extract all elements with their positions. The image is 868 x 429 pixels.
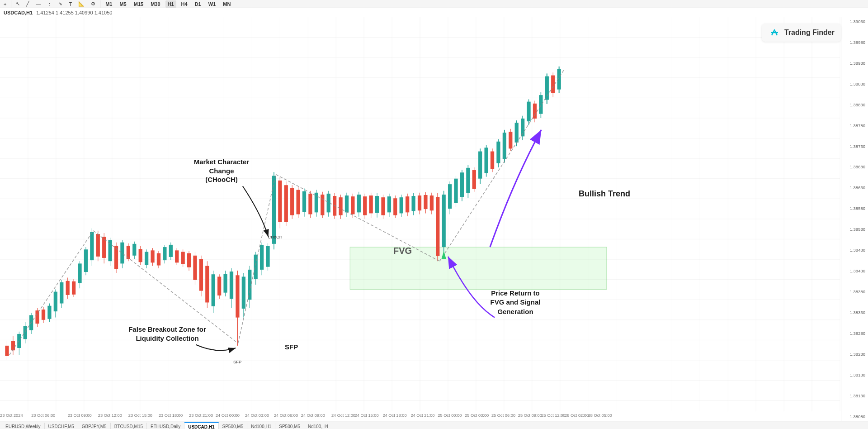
svg-rect-217 — [509, 132, 512, 148]
svg-rect-219 — [515, 123, 519, 143]
svg-rect-183 — [406, 196, 409, 212]
svg-rect-137 — [266, 246, 269, 267]
crosshair-tool[interactable]: + — [2, 0, 8, 8]
tf-h1[interactable]: H1 — [165, 0, 176, 8]
annotation-bullish-trend: Bullish Trend — [579, 189, 630, 199]
svg-text:24 Oct 21:00: 24 Oct 21:00 — [410, 413, 434, 418]
svg-rect-209 — [484, 148, 488, 173]
svg-rect-213 — [496, 142, 500, 163]
svg-rect-187 — [418, 195, 421, 210]
tf-h4[interactable]: H4 — [179, 0, 190, 8]
line-tool[interactable]: ╱ — [24, 0, 31, 8]
svg-rect-57 — [24, 326, 27, 339]
tab-usdcad-h1[interactable]: USDCAD,H1 — [184, 422, 218, 429]
svg-text:23 Oct 18:00: 23 Oct 18:00 — [159, 413, 183, 418]
tf-mn[interactable]: MN — [221, 0, 233, 8]
cursor-tool[interactable]: ↖ — [14, 0, 22, 8]
svg-rect-191 — [430, 195, 434, 210]
svg-rect-55 — [17, 334, 21, 348]
svg-rect-65 — [47, 306, 51, 319]
tab-btcusd-m15[interactable]: BTCUSD,M15 — [111, 423, 147, 429]
tf-m5[interactable]: M5 — [117, 0, 128, 8]
svg-rect-119 — [212, 274, 215, 306]
svg-rect-89 — [120, 243, 124, 264]
tab-gbpjpy-m5[interactable]: GBPJPY,M5 — [78, 423, 111, 429]
tab-nd100-h1[interactable]: Nd100,H1 — [247, 423, 275, 429]
svg-rect-85 — [108, 240, 112, 262]
svg-rect-171 — [369, 195, 373, 213]
sfp-label: SFP — [285, 343, 298, 351]
svg-text:24 Oct 00:00: 24 Oct 00:00 — [216, 413, 240, 418]
channel-tool[interactable]: ⋮ — [45, 0, 54, 8]
svg-rect-167 — [357, 195, 361, 212]
svg-rect-227 — [539, 95, 542, 114]
sep1 — [11, 0, 11, 8]
tab-sp500-m5-1[interactable]: SP500,M5 — [219, 423, 248, 429]
svg-text:24 Oct 09:00: 24 Oct 09:00 — [301, 413, 325, 418]
svg-rect-71 — [66, 281, 70, 295]
svg-rect-185 — [411, 196, 415, 211]
tab-eurusd-weekly[interactable]: EURUSD,Weekly — [2, 423, 45, 429]
svg-rect-95 — [139, 249, 142, 262]
svg-text:24 Oct 18:00: 24 Oct 18:00 — [382, 413, 406, 418]
fib-tool[interactable]: ∿ — [57, 0, 64, 8]
svg-text:24 Oct 03:00: 24 Oct 03:00 — [245, 413, 269, 418]
svg-rect-67 — [54, 292, 57, 312]
svg-rect-125 — [230, 272, 233, 299]
svg-text:25 Oct 12:00: 25 Oct 12:00 — [541, 413, 565, 418]
svg-rect-177 — [387, 196, 391, 212]
svg-rect-205 — [472, 170, 476, 189]
svg-text:23 Oct 21:00: 23 Oct 21:00 — [189, 413, 213, 418]
svg-rect-51 — [5, 346, 9, 356]
svg-rect-163 — [345, 195, 349, 212]
svg-rect-197 — [448, 184, 452, 209]
measure-tool[interactable]: 📐 — [76, 0, 86, 8]
tab-ethusd-daily[interactable]: ETHUSD,Daily — [147, 423, 184, 429]
svg-rect-215 — [503, 133, 506, 159]
text-tool[interactable]: T — [67, 0, 74, 8]
svg-rect-115 — [199, 259, 203, 291]
svg-rect-111 — [187, 253, 191, 267]
price-1.38480: 1.38480 — [842, 248, 867, 253]
svg-text:24 Oct 15:00: 24 Oct 15:00 — [355, 413, 379, 418]
price-1.38080: 1.38080 — [842, 414, 867, 419]
choch-text: CHoCH — [268, 235, 283, 239]
svg-rect-97 — [145, 252, 148, 265]
price-1.38780: 1.38780 — [842, 123, 867, 128]
tf-w1[interactable]: W1 — [206, 0, 218, 8]
price-info: 1.41254 1.41255 1.40990 1.41050 — [36, 10, 112, 15]
price-1.38430: 1.38430 — [842, 268, 867, 273]
svg-text:24 Oct 06:00: 24 Oct 06:00 — [274, 413, 298, 418]
logo-text: Trading Finder — [784, 29, 835, 37]
tf-m1[interactable]: M1 — [103, 0, 114, 8]
svg-rect-129 — [242, 276, 245, 309]
toolbar: + ↖ ╱ — ⋮ ∿ T 📐 ⚙ M1 M5 M15 M30 H1 H4 D1… — [0, 0, 868, 8]
tf-m15[interactable]: M15 — [132, 0, 146, 8]
fvg-text-label: FVG — [393, 246, 412, 256]
svg-text:23 Oct 12:00: 23 Oct 12:00 — [98, 413, 122, 418]
svg-rect-81 — [96, 234, 100, 257]
tab-nd100-h4[interactable]: Nd100,H4 — [304, 423, 332, 429]
tf-d1[interactable]: D1 — [193, 0, 203, 8]
settings-tool[interactable]: ⚙ — [89, 0, 97, 8]
hline-tool[interactable]: — — [34, 0, 42, 8]
svg-rect-179 — [393, 198, 397, 215]
svg-rect-181 — [400, 197, 403, 213]
annotation-price-return: Price Return toFVG and SignalGeneration — [470, 289, 561, 316]
svg-rect-123 — [223, 274, 227, 292]
svg-rect-107 — [175, 250, 179, 262]
sep2 — [100, 0, 100, 8]
svg-rect-109 — [181, 252, 185, 264]
price-1.38130: 1.38130 — [842, 393, 867, 398]
chart-svg: 23 Oct 2024 23 Oct 06:00 23 Oct 09:00 23… — [0, 17, 868, 421]
price-1.38530: 1.38530 — [842, 227, 867, 232]
svg-rect-225 — [533, 104, 537, 119]
svg-rect-169 — [363, 196, 367, 215]
svg-rect-135 — [260, 245, 264, 270]
tf-m30[interactable]: M30 — [148, 0, 162, 8]
chart-body[interactable]: 23 Oct 2024 23 Oct 06:00 23 Oct 09:00 23… — [0, 17, 868, 421]
tab-usdchf-m5[interactable]: USDCHF,M5 — [45, 423, 78, 429]
price-1.38880: 1.38880 — [842, 81, 867, 86]
price-1.38230: 1.38230 — [842, 352, 867, 357]
tab-sp500-m5-2[interactable]: SP500,M5 — [275, 423, 304, 429]
